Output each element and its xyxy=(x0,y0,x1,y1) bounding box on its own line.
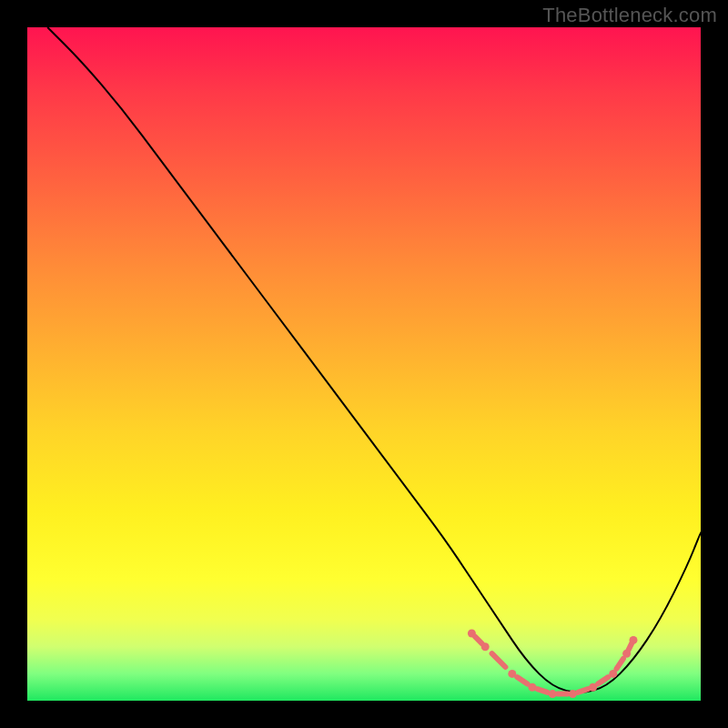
chart-svg xyxy=(27,27,701,701)
highlight-dash xyxy=(492,653,506,667)
bottleneck-curve xyxy=(47,27,701,693)
highlight-markers xyxy=(468,630,638,699)
watermark-text: TheBottleneck.com xyxy=(542,4,717,27)
highlight-dash xyxy=(475,637,481,643)
highlight-dot xyxy=(481,642,490,651)
highlight-dot xyxy=(630,636,638,644)
highlight-dash xyxy=(517,677,527,683)
highlight-dash xyxy=(629,643,632,650)
highlight-dash xyxy=(578,689,588,693)
highlight-dash xyxy=(598,677,608,683)
highlight-dash xyxy=(617,659,623,669)
highlight-dash xyxy=(538,689,548,693)
